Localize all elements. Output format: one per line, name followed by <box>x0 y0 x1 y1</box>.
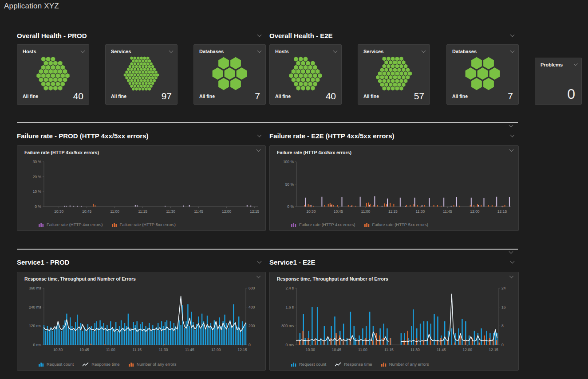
legend-label: Failure rate (HTTP 5xx errors) <box>372 222 429 227</box>
chart-panel-failure-e2e[interactable]: Failure rate (HTTP 4xx/5xx errors) 0 %50… <box>269 145 519 231</box>
legend-item[interactable]: Request count <box>39 362 74 367</box>
health-tile-databases-e2e[interactable]: Databases All fine 7 <box>446 44 519 105</box>
chevron-down-icon[interactable] <box>509 123 513 128</box>
legend-item[interactable]: Failure rate (HTTP 4xx errors) <box>291 222 355 227</box>
health-tile-hosts-prod[interactable]: Hosts All fine 40 <box>17 44 89 105</box>
chevron-down-icon[interactable] <box>574 62 578 66</box>
legend-label: Failure rate (HTTP 4xx errors) <box>47 222 103 227</box>
chevron-down-icon[interactable] <box>257 133 262 137</box>
svg-text:16: 16 <box>501 305 506 309</box>
legend-label: Request count <box>47 362 74 367</box>
chevron-down-icon[interactable] <box>257 259 262 263</box>
problems-sparkline-placeholder <box>568 65 575 65</box>
svg-text:10 %: 10 % <box>33 189 42 194</box>
chevron-down-icon[interactable] <box>257 274 261 278</box>
hexagon-grid-icon <box>21 56 85 91</box>
svg-text:12:00: 12:00 <box>470 209 480 214</box>
svg-text:12:00: 12:00 <box>463 348 473 352</box>
svg-text:10:30: 10:30 <box>306 209 316 214</box>
chart-svg: 0 %10 %20 %30 %10:3010:4511:0011:1511:30… <box>17 158 265 217</box>
tile-title: Databases <box>199 49 224 54</box>
section-divider <box>17 122 518 123</box>
chart-panel-service-e2e[interactable]: Response time, Throughput and Number of … <box>269 272 519 371</box>
chevron-down-icon[interactable] <box>257 148 261 152</box>
chart-svg: 0 ms800 ms1.6 s2.4 s08162410:3010:4511:0… <box>270 285 518 356</box>
chart-legend: Failure rate (HTTP 4xx errors)Failure ra… <box>291 222 428 227</box>
svg-text:0 %: 0 % <box>35 204 41 209</box>
legend-item[interactable]: Failure rate (HTTP 5xx errors) <box>364 222 429 227</box>
bar-series-icon <box>291 223 296 227</box>
hexagon-grid-icon <box>450 56 515 91</box>
tile-count: 7 <box>255 91 260 102</box>
legend-label: Failure rate (HTTP 4xx errors) <box>299 222 355 227</box>
svg-text:50 %: 50 % <box>285 182 294 187</box>
legend-item[interactable]: Number of any errors <box>381 362 429 367</box>
svg-text:10:30: 10:30 <box>306 348 316 352</box>
chevron-down-icon[interactable] <box>510 259 515 263</box>
chevron-down-icon[interactable] <box>257 32 262 37</box>
svg-text:8: 8 <box>501 324 504 328</box>
chart-title: Failure rate (HTTP 4xx/5xx errors) <box>24 150 99 155</box>
legend-label: Response time <box>344 362 372 367</box>
chevron-down-icon[interactable] <box>169 48 174 53</box>
chart-svg: 0 %50 %100 %10:3010:4511:0011:1511:3011:… <box>270 158 518 217</box>
svg-text:11:15: 11:15 <box>138 209 147 214</box>
chart-panel-failure-prod[interactable]: Failure rate (HTTP 4xx/5xx errors) 0 %10… <box>17 145 266 231</box>
section-header-service-e2e: Service1 - E2E <box>269 258 514 266</box>
bar-series-icon <box>39 362 44 367</box>
hex-cluster <box>21 56 85 91</box>
health-tile-hosts-e2e[interactable]: Hosts All fine 40 <box>269 44 342 105</box>
legend-item[interactable]: Response time <box>335 362 372 367</box>
chevron-down-icon[interactable] <box>422 48 426 53</box>
bar-series-icon <box>129 362 134 367</box>
bar-series-icon <box>39 223 44 227</box>
legend-item[interactable]: Response time <box>83 362 119 367</box>
problems-tile[interactable]: Problems 0 <box>535 58 582 105</box>
chevron-down-icon[interactable] <box>510 32 515 37</box>
hexagon-grid-icon <box>362 56 426 91</box>
svg-text:11:00: 11:00 <box>110 209 119 214</box>
svg-text:11:45: 11:45 <box>194 209 203 214</box>
svg-text:11:45: 11:45 <box>185 348 194 352</box>
section-header-health-prod: Overall Health - PROD <box>17 31 261 40</box>
chevron-down-icon[interactable] <box>510 133 515 137</box>
tile-title: Databases <box>452 49 477 54</box>
chevron-down-icon[interactable] <box>509 274 514 278</box>
tile-count: 7 <box>508 91 513 102</box>
chevron-down-icon[interactable] <box>81 48 85 53</box>
svg-text:12:15: 12:15 <box>497 209 507 214</box>
svg-text:11:00: 11:00 <box>106 348 115 352</box>
svg-text:800 ms: 800 ms <box>281 324 294 328</box>
chevron-down-icon[interactable] <box>333 48 338 53</box>
health-tile-services-prod[interactable]: Services All fine 97 <box>105 44 178 105</box>
legend-item[interactable]: Failure rate (HTTP 5xx errors) <box>112 222 176 227</box>
hex-cluster <box>109 56 174 91</box>
hexagon-grid-icon <box>109 56 174 91</box>
legend-item[interactable]: Number of any errors <box>129 362 177 367</box>
section-header-service-prod: Service1 - PROD <box>17 258 261 266</box>
chart-panel-service-prod[interactable]: Response time, Throughput and Number of … <box>17 272 266 371</box>
chevron-down-icon[interactable] <box>509 250 513 254</box>
section-title: Service1 - PROD <box>17 258 69 266</box>
svg-text:12:00: 12:00 <box>222 209 232 214</box>
chevron-down-icon[interactable] <box>509 148 514 152</box>
health-tile-services-e2e[interactable]: Services All fine 57 <box>358 44 430 105</box>
legend-item[interactable]: Request count <box>291 362 326 367</box>
line-series-icon <box>83 362 89 367</box>
svg-text:200: 200 <box>249 324 255 328</box>
health-tile-databases-prod[interactable]: Databases All fine 7 <box>193 44 266 105</box>
tile-status: All fine <box>199 94 215 99</box>
legend-item[interactable]: Failure rate (HTTP 4xx errors) <box>39 222 103 227</box>
chevron-down-icon[interactable] <box>257 48 262 53</box>
svg-text:100 %: 100 % <box>283 160 294 164</box>
chart-title: Response time, Throughput and Number of … <box>24 276 136 281</box>
chevron-down-icon[interactable] <box>510 48 515 53</box>
svg-text:2.4 s: 2.4 s <box>286 286 294 290</box>
svg-text:11:30: 11:30 <box>416 209 425 214</box>
svg-text:10:45: 10:45 <box>332 348 342 352</box>
svg-text:1.6 s: 1.6 s <box>286 305 294 309</box>
svg-text:10:30: 10:30 <box>53 348 63 352</box>
svg-text:11:00: 11:00 <box>361 209 371 214</box>
svg-text:30 %: 30 % <box>33 160 42 164</box>
tile-title: Problems <box>541 62 563 67</box>
